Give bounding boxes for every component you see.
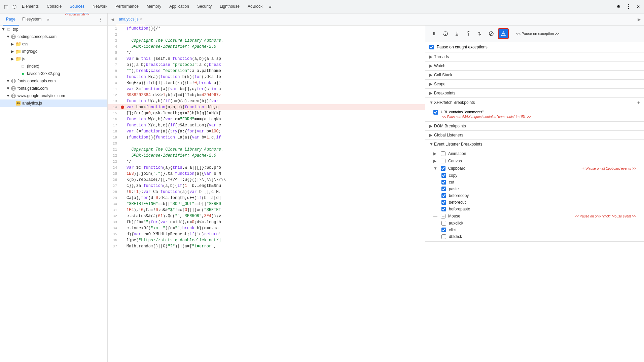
canvas-group-header[interactable]: ▶ Canvas (425, 157, 644, 165)
tab-sources[interactable]: Sources << sources tab >> (66, 0, 88, 13)
tree-label-js: js (22, 56, 25, 61)
mouse-group-checkbox[interactable] (441, 214, 445, 218)
watch-section-header[interactable]: ▶ Watch (425, 62, 644, 70)
tree-label-css: css (22, 42, 28, 46)
code-line-3: 3 Copyright The Closure Library Authors. (108, 38, 425, 44)
settings-button[interactable]: ⚙ (614, 4, 623, 9)
animation-group-header[interactable]: ▶ Animation (425, 150, 644, 157)
domain-icon-codingnconcepts (11, 34, 16, 39)
tab-lighthouse[interactable]: Lighthouse (216, 0, 244, 13)
xhr-arrow: ▼ (429, 100, 434, 105)
clipboard-beforecut-label: beforecut (449, 200, 466, 205)
more-options-button[interactable]: ⋮ (623, 3, 634, 10)
clipboard-copy-label: copy (449, 173, 457, 178)
code-line-21: 21 Copyright The Closure Library Authors… (108, 147, 425, 153)
scope-section-header[interactable]: ▶ Scope (425, 80, 644, 88)
devtools-close-button[interactable]: ✕ (634, 4, 643, 9)
tab-performance[interactable]: Performance (111, 0, 143, 13)
animation-group-checkbox[interactable] (441, 151, 445, 156)
tree-item-top[interactable]: ▼ □ top (0, 26, 107, 33)
clipboard-cut-checkbox[interactable] (441, 180, 446, 185)
tab-memory[interactable]: Memory (143, 0, 165, 13)
scope-title: Scope (434, 82, 640, 86)
clipboard-beforepaste-checkbox[interactable] (441, 207, 446, 211)
section-global-listeners: ▶ Global Listeners (425, 131, 644, 140)
callstack-section-header[interactable]: ▶ Call Stack (425, 71, 644, 79)
clipboard-group-header[interactable]: ▼ Clipboard << Pause on all Clipboard ev… (425, 165, 644, 172)
pause-on-exception-active-button[interactable] (498, 28, 509, 39)
breakpoints-section-header[interactable]: ▶ Breakpoints (425, 89, 644, 97)
event-listener-section-header[interactable]: ▼ Event Listener Breakpoints (425, 140, 644, 149)
tree-item-google-analytics[interactable]: ▼ www.google-analytics.com (0, 92, 107, 99)
tree-item-css[interactable]: ▶ 📁 css (0, 40, 107, 48)
tree-item-js[interactable]: ▶ 📁 js (0, 55, 107, 63)
step-button[interactable] (475, 29, 485, 38)
pause-on-exception-label-button[interactable]: << Pause on exception >> (513, 30, 562, 37)
tab-adblock[interactable]: AdBlock (244, 0, 266, 13)
tree-item-codingnconcepts[interactable]: ▼ codingnconcepts.com (0, 33, 107, 40)
code-content[interactable]: 1 (function(){/* 2 3 Copyright The Closu… (108, 26, 425, 362)
clipboard-beforecopy-checkbox[interactable] (441, 193, 446, 198)
xhr-section-header[interactable]: ▼ XHR/fetch Breakpoints + (425, 98, 644, 107)
tabs-more-button[interactable]: » (266, 4, 274, 9)
tab-filesystem[interactable]: Filesystem (19, 13, 45, 26)
tree-item-index[interactable]: □ (index) (0, 63, 107, 70)
tab-network[interactable]: Network (88, 0, 111, 13)
inspect-icon[interactable]: ⬡ (11, 4, 18, 9)
tree-item-googleapis[interactable]: ▼ fonts.googleapis.com (0, 77, 107, 85)
step-over-button[interactable] (441, 29, 450, 38)
step-out-button[interactable] (464, 29, 473, 38)
cursor-icon[interactable]: ⬚ (1, 4, 11, 9)
pause-caught-checkbox[interactable] (429, 45, 434, 49)
tree-label-imglogo: img/logo (22, 49, 37, 54)
tab-page[interactable]: Page (3, 13, 19, 26)
xhr-add-button[interactable]: + (637, 100, 640, 105)
dom-section-header[interactable]: ▶ DOM Breakpoints (425, 122, 644, 130)
mouse-click-label: click (449, 228, 457, 232)
file-tab-close-button[interactable]: ✕ (140, 17, 143, 21)
global-listeners-title: Global Listeners (434, 133, 640, 137)
tree-item-favicon[interactable]: ■ favicon-32x32.png (0, 70, 107, 77)
event-listener-title: Event Listener Breakpoints (434, 142, 640, 147)
folder-icon-imglogo: 📁 (15, 49, 21, 54)
clipboard-group-note: << Pause on all Clipboard events >> (581, 167, 636, 170)
page-fs-menu-button[interactable]: ⋮ (97, 17, 105, 22)
section-scope: ▶ Scope (425, 80, 644, 89)
analytics-js-tab[interactable]: analytics.js ✕ (116, 13, 145, 25)
clipboard-arrow: ▼ (433, 166, 438, 171)
clipboard-cut-label: cut (449, 180, 454, 185)
folder-open-icon: □ (6, 27, 11, 32)
file-run-button[interactable]: ▶ (636, 17, 643, 22)
tab-elements[interactable]: Elements (18, 0, 43, 13)
threads-section-header[interactable]: ▶ Threads (425, 52, 644, 61)
clipboard-beforecut-checkbox[interactable] (441, 200, 446, 205)
clipboard-copy-checkbox[interactable] (441, 173, 446, 178)
event-group-mouse: — Mouse << Pause on only "click" Mouse e… (425, 212, 644, 240)
tab-application[interactable]: Application (165, 0, 193, 13)
mouse-dblclick-checkbox[interactable] (441, 234, 446, 239)
tree-item-analytics-js[interactable]: JS analytics.js (0, 99, 107, 107)
file-nav-back-button[interactable]: ◀ (109, 17, 116, 22)
deactivate-breakpoints-button[interactable] (487, 29, 496, 38)
pause-resume-button[interactable]: ⏸ (429, 29, 439, 38)
mouse-group-header[interactable]: — Mouse << Pause on only "click" Mouse e… (425, 212, 644, 220)
mouse-click-checkbox[interactable] (441, 228, 446, 232)
canvas-group-checkbox[interactable] (441, 159, 445, 163)
global-listeners-section-header[interactable]: ▶ Global Listeners (425, 131, 644, 139)
clipboard-group-label: Clipboard (448, 166, 579, 171)
xhr-comments-checkbox[interactable] (433, 110, 438, 115)
code-line-17: 17 function X(a,b,c){if(c&&c.action){var… (108, 122, 425, 128)
step-into-button[interactable] (452, 29, 462, 38)
code-line-13: 13 function U(a,b){if(a=Q(a).exec(b)){va… (108, 98, 425, 104)
tree-item-imglogo[interactable]: ▶ 📁 img/logo (0, 48, 107, 55)
tree-label-top: top (13, 27, 19, 32)
clipboard-beforecopy-label: beforecopy (449, 193, 469, 198)
scope-arrow: ▶ (429, 82, 434, 86)
clipboard-group-checkbox[interactable] (441, 166, 445, 171)
tree-item-gstatic[interactable]: ▼ fonts.gstatic.com (0, 85, 107, 92)
tab-security[interactable]: Security (193, 0, 216, 13)
mouse-auxclick-checkbox[interactable] (441, 221, 446, 226)
page-fs-more-button[interactable]: » (45, 17, 51, 22)
tab-console[interactable]: Console (43, 0, 66, 13)
clipboard-paste-checkbox[interactable] (441, 187, 446, 191)
